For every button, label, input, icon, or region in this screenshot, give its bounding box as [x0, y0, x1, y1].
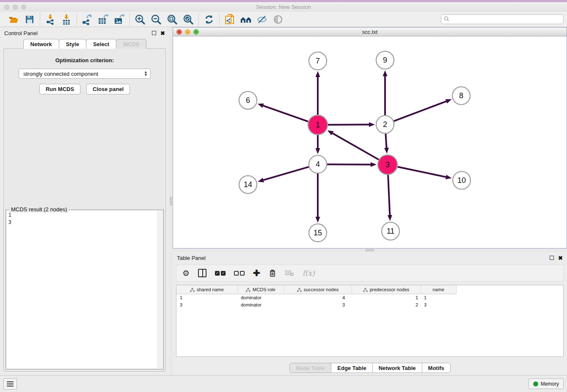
search-input[interactable]: [441, 14, 564, 24]
node-label-10: 10: [457, 176, 466, 185]
graphics-details-icon[interactable]: [256, 14, 268, 25]
node-label-6: 6: [246, 96, 250, 105]
close-panel-icon[interactable]: ✖: [160, 30, 165, 36]
edge-4-3[interactable]: [327, 164, 371, 165]
table-row[interactable]: 1dominator411: [176, 294, 456, 301]
column-header-shared-name[interactable]: shared name: [176, 285, 237, 294]
arrowhead-4-14: [258, 178, 264, 182]
app-titlebar: Session: New Session: [0, 2, 567, 12]
arrowhead-3-1: [328, 130, 334, 135]
delete-row-icon[interactable]: [269, 268, 276, 279]
run-mcds-button[interactable]: Run MCDS: [39, 84, 80, 94]
first-neighbors-icon[interactable]: [240, 14, 252, 25]
arrowhead-1-2: [369, 122, 375, 127]
task-history-button[interactable]: [3, 378, 17, 389]
cell-mcds-role[interactable]: dominator: [237, 301, 284, 308]
zoom-selected-icon[interactable]: [182, 14, 194, 25]
add-row-icon[interactable]: ✚: [253, 268, 260, 279]
network-canvas[interactable]: 7968124314101511: [173, 36, 567, 248]
zoom-fit-icon[interactable]: [166, 14, 178, 25]
delete-table-icon[interactable]: [285, 268, 294, 279]
cell-name[interactable]: 1: [421, 294, 456, 301]
cell-predecessor-nodes[interactable]: 2: [352, 301, 421, 308]
mcds-result-box: MCDS result (2 nodes) 13: [6, 210, 164, 370]
node-label-15: 15: [314, 229, 322, 237]
clone-network-icon[interactable]: [224, 14, 236, 25]
float-table-panel-icon[interactable]: [550, 256, 554, 260]
table-tabs: Node TableEdge TableNetwork TableMotifs: [173, 363, 567, 373]
save-icon[interactable]: [24, 14, 36, 25]
arrowhead-1-6: [258, 103, 264, 108]
import-table-icon[interactable]: [61, 14, 72, 25]
node-label-14: 14: [244, 180, 252, 189]
zoom-out-icon[interactable]: [150, 14, 162, 25]
deselect-all-icon[interactable]: [234, 268, 245, 279]
tab-network[interactable]: Network: [23, 39, 59, 49]
export-image-icon[interactable]: [113, 14, 125, 25]
edge-3-10[interactable]: [397, 167, 446, 177]
cell-successor-nodes[interactable]: 4: [284, 294, 352, 301]
table-settings-icon[interactable]: ⚙: [182, 268, 190, 279]
select-all-icon[interactable]: ✓✓: [215, 268, 226, 279]
export-network-icon[interactable]: [81, 14, 93, 25]
arrowhead-3-11: [388, 215, 392, 221]
close-table-panel-icon[interactable]: ✖: [558, 255, 563, 261]
cell-shared-name[interactable]: 3: [176, 301, 237, 308]
edge-3-1[interactable]: [333, 133, 379, 160]
edge-2-8[interactable]: [394, 101, 446, 121]
node-label-3: 3: [385, 160, 390, 169]
table-panel-title: Table Panel: [177, 255, 206, 261]
tab-node-table[interactable]: Node Table: [289, 363, 331, 373]
network-window-titlebar[interactable]: ✕ − + scc.txt: [173, 28, 567, 36]
vertical-splitter[interactable]: [169, 27, 173, 375]
function-builder-icon[interactable]: f(x): [303, 268, 315, 279]
cell-predecessor-nodes[interactable]: 1: [352, 294, 421, 301]
tab-network-table[interactable]: Network Table: [372, 363, 422, 373]
node-label-4: 4: [316, 160, 320, 168]
node-label-8: 8: [459, 91, 463, 100]
search-field-wrap: [441, 14, 564, 24]
column-header-name[interactable]: name: [421, 285, 456, 294]
split-columns-icon[interactable]: [198, 268, 206, 279]
cell-shared-name[interactable]: 1: [176, 294, 237, 301]
table-toolbar: ⚙ ✓✓ ✚ f(x): [176, 265, 564, 282]
node-label-1: 1: [316, 121, 320, 129]
network-window-title: scc.txt: [173, 29, 567, 35]
arrowhead-2-3: [384, 148, 389, 154]
column-header-mcds-role[interactable]: MCDS role: [237, 285, 284, 294]
refresh-icon[interactable]: [203, 14, 215, 25]
open-folder-icon[interactable]: [8, 14, 19, 25]
close-panel-button[interactable]: Close panel: [86, 84, 130, 94]
tab-motifs[interactable]: Motifs: [422, 363, 451, 373]
mcds-result-scrollbar[interactable]: [157, 211, 162, 368]
cell-successor-nodes[interactable]: 3: [284, 301, 352, 308]
criterion-select[interactable]: strongly connected component ▲▼: [19, 69, 151, 79]
show-hide-icon[interactable]: [272, 14, 284, 25]
mcds-result-list: 13: [7, 211, 157, 368]
tab-style[interactable]: Style: [59, 39, 86, 49]
cell-name[interactable]: 3: [421, 301, 456, 308]
export-table-icon[interactable]: [97, 14, 109, 25]
cell-mcds-role[interactable]: dominator: [237, 294, 284, 301]
import-network-icon[interactable]: [44, 14, 56, 25]
tab-select[interactable]: Select: [86, 39, 116, 49]
horizontal-splitter[interactable]: [173, 248, 567, 252]
edge-1-6[interactable]: [263, 106, 308, 121]
column-header-predecessor-nodes[interactable]: predecessor nodes: [352, 285, 421, 294]
node-label-2: 2: [383, 120, 387, 129]
edge-3-11[interactable]: [388, 175, 390, 215]
mcds-result-line: 1: [8, 212, 156, 219]
tab-edge-table[interactable]: Edge Table: [331, 363, 372, 373]
tab-mcds[interactable]: MCDS: [116, 39, 146, 49]
arrowhead-4-3: [371, 162, 377, 167]
zoom-in-icon[interactable]: [134, 14, 146, 25]
arrowhead-4-15: [316, 217, 320, 223]
memory-button[interactable]: Memory: [528, 378, 564, 389]
table-row[interactable]: 3dominator323: [176, 301, 456, 308]
edge-1-2[interactable]: [328, 124, 369, 125]
edge-2-3[interactable]: [385, 134, 386, 148]
node-label-7: 7: [316, 57, 320, 65]
edge-4-14[interactable]: [263, 167, 308, 180]
float-panel-icon[interactable]: [152, 31, 156, 35]
column-header-successor-nodes[interactable]: successor nodes: [284, 285, 352, 294]
